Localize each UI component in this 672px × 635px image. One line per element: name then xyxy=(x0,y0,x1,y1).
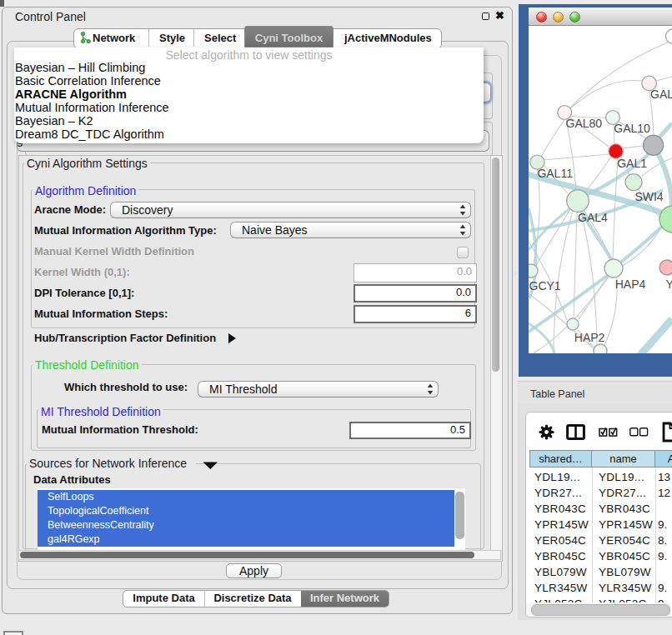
svg-text:HAP2: HAP2 xyxy=(574,331,605,344)
svg-text:GAL11: GAL11 xyxy=(537,167,573,180)
svg-text:SWI4: SWI4 xyxy=(634,190,663,203)
svg-text:GAL10: GAL10 xyxy=(614,122,650,135)
svg-text:YM: YM xyxy=(666,278,672,291)
svg-text:GAL80: GAL80 xyxy=(566,117,603,130)
svg-text:GAL4: GAL4 xyxy=(578,211,608,224)
svg-text:GAL1: GAL1 xyxy=(617,157,647,170)
svg-text:HAP4: HAP4 xyxy=(615,278,646,291)
svg-text:GCY1: GCY1 xyxy=(529,279,561,292)
svg-text:GAL7: GAL7 xyxy=(650,88,672,101)
